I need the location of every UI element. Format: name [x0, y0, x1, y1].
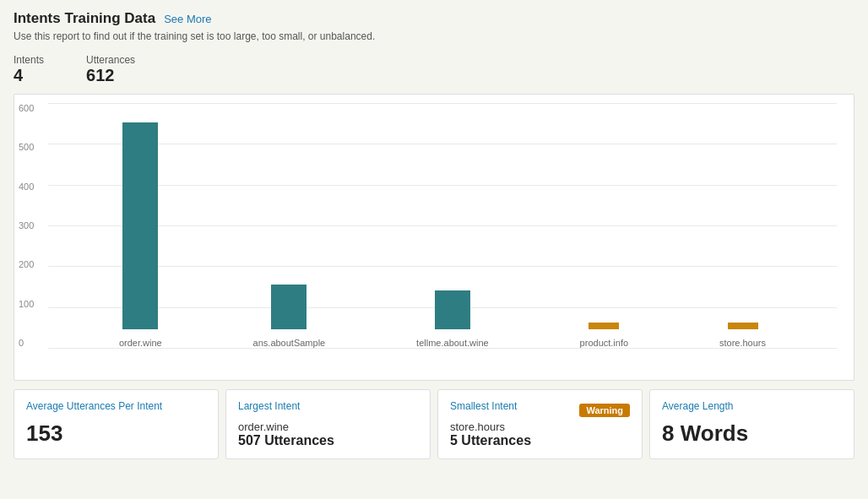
avg-length-value: 8 Words — [662, 420, 842, 447]
utterances-value: 612 — [86, 66, 114, 84]
intents-value: 4 — [14, 66, 23, 84]
y-axis-label: 500 — [19, 142, 34, 152]
smallest-intent-value: 5 Utterances — [450, 433, 630, 448]
bar-group: order.wine — [119, 122, 162, 348]
avg-utterances-card: Average Utterances Per Intent 153 — [14, 389, 219, 459]
largest-intent-name: order.wine — [238, 420, 418, 433]
subtitle: Use this report to find out if the train… — [14, 30, 854, 42]
bar — [435, 290, 470, 329]
y-axis-label: 300 — [19, 220, 34, 231]
page-container: Intents Training Data See More Use this … — [0, 0, 868, 469]
bar-x-label: ans.aboutSample — [253, 338, 326, 348]
bar-x-label: order.wine — [119, 338, 162, 348]
warning-badge: Warning — [579, 404, 630, 417]
bar-group: product.info — [580, 323, 628, 348]
bar-x-label: product.info — [580, 338, 628, 348]
bar-group: tellme.about.wine — [416, 290, 489, 348]
avg-length-title: Average Length — [662, 400, 842, 412]
avg-length-card: Average Length 8 Words — [649, 389, 854, 459]
bar — [589, 323, 619, 329]
avg-utterances-value: 153 — [26, 420, 206, 447]
cards-row: Average Utterances Per Intent 153 Larges… — [14, 389, 854, 459]
page-title: Intents Training Data — [14, 10, 155, 27]
largest-intent-title: Largest Intent — [238, 400, 418, 412]
bar-x-label: store.hours — [719, 338, 766, 348]
bar — [728, 323, 758, 329]
see-more-link[interactable]: See More — [164, 13, 211, 25]
y-axis: 6005004003002001000 — [19, 103, 34, 348]
largest-intent-value: 507 Utterances — [238, 433, 418, 448]
largest-intent-card: Largest Intent order.wine 507 Utterances — [225, 389, 431, 459]
intents-label: Intents — [14, 54, 44, 66]
bar-group: ans.aboutSample — [253, 285, 326, 348]
intents-stat: Intents 4 — [14, 54, 44, 85]
y-axis-label: 400 — [19, 182, 34, 192]
avg-utterances-title: Average Utterances Per Intent — [26, 400, 206, 412]
header-row: Intents Training Data See More — [14, 10, 854, 27]
y-axis-label: 600 — [19, 103, 34, 113]
smallest-intent-name: store.hours — [450, 420, 630, 433]
smallest-intent-header: Smallest Intent Warning — [450, 400, 630, 420]
bar — [271, 285, 307, 329]
utterances-label: Utterances — [86, 54, 135, 66]
grid-line — [48, 348, 837, 349]
bars-container: order.wineans.aboutSampletellme.about.wi… — [48, 103, 837, 348]
bar — [122, 122, 158, 329]
bar-group: store.hours — [719, 323, 766, 348]
y-axis-label: 0 — [19, 338, 34, 348]
utterances-stat: Utterances 612 — [86, 54, 135, 85]
y-axis-label: 100 — [19, 299, 34, 309]
y-axis-label: 200 — [19, 259, 34, 269]
bar-x-label: tellme.about.wine — [416, 338, 489, 348]
chart-inner: 6005004003002001000 order.wineans.aboutS… — [48, 103, 837, 348]
summary-stats: Intents 4 Utterances 612 — [14, 54, 854, 85]
smallest-intent-title: Smallest Intent — [450, 400, 517, 412]
smallest-intent-card: Smallest Intent Warning store.hours 5 Ut… — [437, 389, 643, 459]
chart-area: 6005004003002001000 order.wineans.aboutS… — [14, 94, 854, 381]
